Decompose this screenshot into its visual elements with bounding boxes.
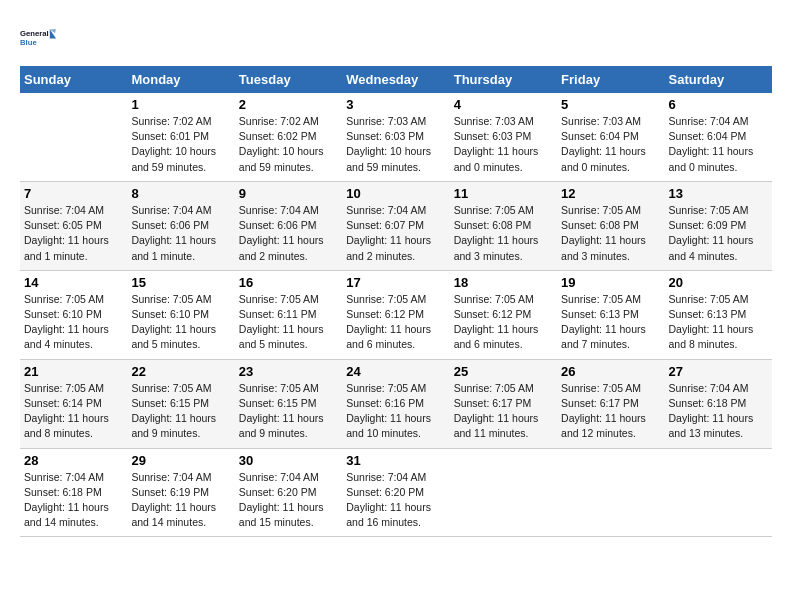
day-info: Sunrise: 7:04 AMSunset: 6:04 PMDaylight:… (669, 114, 768, 175)
day-number: 9 (239, 186, 338, 201)
calendar-cell: 17Sunrise: 7:05 AMSunset: 6:12 PMDayligh… (342, 270, 449, 359)
calendar-cell: 29Sunrise: 7:04 AMSunset: 6:19 PMDayligh… (127, 448, 234, 537)
calendar-cell: 20Sunrise: 7:05 AMSunset: 6:13 PMDayligh… (665, 270, 772, 359)
calendar-cell: 27Sunrise: 7:04 AMSunset: 6:18 PMDayligh… (665, 359, 772, 448)
day-number: 25 (454, 364, 553, 379)
logo-icon: GeneralBlue (20, 20, 56, 56)
calendar-cell: 11Sunrise: 7:05 AMSunset: 6:08 PMDayligh… (450, 181, 557, 270)
day-info: Sunrise: 7:05 AMSunset: 6:12 PMDaylight:… (346, 292, 445, 353)
weekday-header-cell: Friday (557, 66, 664, 93)
calendar-week-row: 21Sunrise: 7:05 AMSunset: 6:14 PMDayligh… (20, 359, 772, 448)
day-info: Sunrise: 7:04 AMSunset: 6:07 PMDaylight:… (346, 203, 445, 264)
day-number: 20 (669, 275, 768, 290)
day-number: 7 (24, 186, 123, 201)
day-number: 17 (346, 275, 445, 290)
calendar-cell (20, 93, 127, 181)
day-number: 6 (669, 97, 768, 112)
day-number: 28 (24, 453, 123, 468)
weekday-header-row: SundayMondayTuesdayWednesdayThursdayFrid… (20, 66, 772, 93)
day-number: 18 (454, 275, 553, 290)
calendar-cell: 6Sunrise: 7:04 AMSunset: 6:04 PMDaylight… (665, 93, 772, 181)
day-info: Sunrise: 7:05 AMSunset: 6:08 PMDaylight:… (454, 203, 553, 264)
weekday-header-cell: Tuesday (235, 66, 342, 93)
day-number: 8 (131, 186, 230, 201)
page-header: GeneralBlue (20, 20, 772, 56)
day-info: Sunrise: 7:04 AMSunset: 6:06 PMDaylight:… (239, 203, 338, 264)
day-info: Sunrise: 7:03 AMSunset: 6:04 PMDaylight:… (561, 114, 660, 175)
calendar-cell: 14Sunrise: 7:05 AMSunset: 6:10 PMDayligh… (20, 270, 127, 359)
day-number: 29 (131, 453, 230, 468)
day-number: 3 (346, 97, 445, 112)
day-info: Sunrise: 7:05 AMSunset: 6:11 PMDaylight:… (239, 292, 338, 353)
day-info: Sunrise: 7:05 AMSunset: 6:15 PMDaylight:… (239, 381, 338, 442)
calendar-cell: 3Sunrise: 7:03 AMSunset: 6:03 PMDaylight… (342, 93, 449, 181)
calendar-cell: 31Sunrise: 7:04 AMSunset: 6:20 PMDayligh… (342, 448, 449, 537)
calendar-cell: 19Sunrise: 7:05 AMSunset: 6:13 PMDayligh… (557, 270, 664, 359)
day-number: 12 (561, 186, 660, 201)
day-number: 11 (454, 186, 553, 201)
day-number: 22 (131, 364, 230, 379)
calendar-cell (665, 448, 772, 537)
day-info: Sunrise: 7:04 AMSunset: 6:18 PMDaylight:… (669, 381, 768, 442)
calendar-week-row: 28Sunrise: 7:04 AMSunset: 6:18 PMDayligh… (20, 448, 772, 537)
day-number: 31 (346, 453, 445, 468)
calendar-cell: 18Sunrise: 7:05 AMSunset: 6:12 PMDayligh… (450, 270, 557, 359)
weekday-header-cell: Sunday (20, 66, 127, 93)
day-info: Sunrise: 7:04 AMSunset: 6:18 PMDaylight:… (24, 470, 123, 531)
day-info: Sunrise: 7:05 AMSunset: 6:12 PMDaylight:… (454, 292, 553, 353)
calendar-cell: 26Sunrise: 7:05 AMSunset: 6:17 PMDayligh… (557, 359, 664, 448)
calendar-cell (557, 448, 664, 537)
day-info: Sunrise: 7:02 AMSunset: 6:02 PMDaylight:… (239, 114, 338, 175)
day-number: 4 (454, 97, 553, 112)
day-number: 27 (669, 364, 768, 379)
calendar-cell (450, 448, 557, 537)
calendar-cell: 30Sunrise: 7:04 AMSunset: 6:20 PMDayligh… (235, 448, 342, 537)
weekday-header-cell: Saturday (665, 66, 772, 93)
calendar-table: SundayMondayTuesdayWednesdayThursdayFrid… (20, 66, 772, 537)
day-info: Sunrise: 7:05 AMSunset: 6:15 PMDaylight:… (131, 381, 230, 442)
day-number: 15 (131, 275, 230, 290)
day-number: 30 (239, 453, 338, 468)
day-number: 10 (346, 186, 445, 201)
day-number: 23 (239, 364, 338, 379)
day-number: 13 (669, 186, 768, 201)
calendar-cell: 1Sunrise: 7:02 AMSunset: 6:01 PMDaylight… (127, 93, 234, 181)
calendar-cell: 10Sunrise: 7:04 AMSunset: 6:07 PMDayligh… (342, 181, 449, 270)
day-info: Sunrise: 7:04 AMSunset: 6:20 PMDaylight:… (239, 470, 338, 531)
day-number: 14 (24, 275, 123, 290)
day-info: Sunrise: 7:02 AMSunset: 6:01 PMDaylight:… (131, 114, 230, 175)
calendar-week-row: 1Sunrise: 7:02 AMSunset: 6:01 PMDaylight… (20, 93, 772, 181)
day-number: 24 (346, 364, 445, 379)
day-number: 26 (561, 364, 660, 379)
svg-text:General: General (20, 29, 49, 38)
calendar-week-row: 7Sunrise: 7:04 AMSunset: 6:05 PMDaylight… (20, 181, 772, 270)
calendar-cell: 24Sunrise: 7:05 AMSunset: 6:16 PMDayligh… (342, 359, 449, 448)
day-number: 5 (561, 97, 660, 112)
calendar-cell: 25Sunrise: 7:05 AMSunset: 6:17 PMDayligh… (450, 359, 557, 448)
day-info: Sunrise: 7:04 AMSunset: 6:06 PMDaylight:… (131, 203, 230, 264)
svg-text:Blue: Blue (20, 38, 37, 47)
day-info: Sunrise: 7:03 AMSunset: 6:03 PMDaylight:… (346, 114, 445, 175)
calendar-cell: 4Sunrise: 7:03 AMSunset: 6:03 PMDaylight… (450, 93, 557, 181)
calendar-cell: 23Sunrise: 7:05 AMSunset: 6:15 PMDayligh… (235, 359, 342, 448)
day-info: Sunrise: 7:05 AMSunset: 6:10 PMDaylight:… (24, 292, 123, 353)
weekday-header-cell: Monday (127, 66, 234, 93)
calendar-cell: 12Sunrise: 7:05 AMSunset: 6:08 PMDayligh… (557, 181, 664, 270)
calendar-cell: 28Sunrise: 7:04 AMSunset: 6:18 PMDayligh… (20, 448, 127, 537)
calendar-cell: 8Sunrise: 7:04 AMSunset: 6:06 PMDaylight… (127, 181, 234, 270)
calendar-week-row: 14Sunrise: 7:05 AMSunset: 6:10 PMDayligh… (20, 270, 772, 359)
day-info: Sunrise: 7:05 AMSunset: 6:17 PMDaylight:… (561, 381, 660, 442)
logo: GeneralBlue (20, 20, 56, 56)
day-info: Sunrise: 7:05 AMSunset: 6:10 PMDaylight:… (131, 292, 230, 353)
day-number: 21 (24, 364, 123, 379)
calendar-cell: 15Sunrise: 7:05 AMSunset: 6:10 PMDayligh… (127, 270, 234, 359)
day-info: Sunrise: 7:05 AMSunset: 6:13 PMDaylight:… (561, 292, 660, 353)
day-info: Sunrise: 7:05 AMSunset: 6:13 PMDaylight:… (669, 292, 768, 353)
calendar-cell: 5Sunrise: 7:03 AMSunset: 6:04 PMDaylight… (557, 93, 664, 181)
day-info: Sunrise: 7:05 AMSunset: 6:17 PMDaylight:… (454, 381, 553, 442)
day-info: Sunrise: 7:05 AMSunset: 6:08 PMDaylight:… (561, 203, 660, 264)
calendar-cell: 13Sunrise: 7:05 AMSunset: 6:09 PMDayligh… (665, 181, 772, 270)
calendar-cell: 21Sunrise: 7:05 AMSunset: 6:14 PMDayligh… (20, 359, 127, 448)
calendar-cell: 7Sunrise: 7:04 AMSunset: 6:05 PMDaylight… (20, 181, 127, 270)
day-number: 2 (239, 97, 338, 112)
